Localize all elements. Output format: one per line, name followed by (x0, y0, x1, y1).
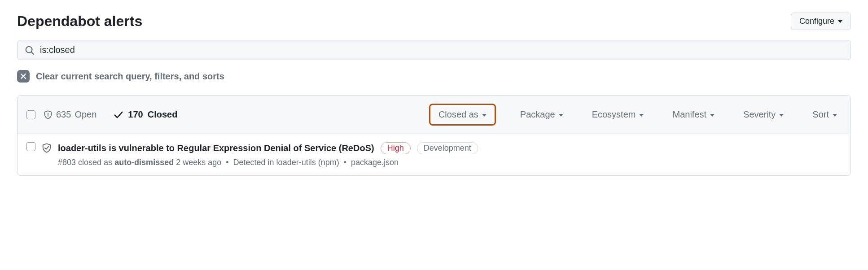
filter-closed-as[interactable]: Closed as (429, 104, 496, 126)
severity-badge: High (381, 142, 411, 154)
configure-label: Configure (799, 17, 834, 26)
list-toolbar: 635 Open 170 Closed Closed as Package Ec (18, 96, 850, 134)
search-input[interactable] (40, 45, 843, 55)
svg-point-5 (48, 116, 48, 117)
svg-point-0 (26, 46, 32, 52)
page-title: Dependabot alerts (17, 13, 142, 30)
alert-time: 2 weeks ago (176, 158, 221, 167)
filter-severity-label: Severity (743, 109, 776, 120)
alert-meta: #803 closed as auto-dismissed 2 weeks ag… (58, 158, 842, 167)
filter-package-label: Package (520, 109, 555, 120)
shield-check-icon (42, 143, 52, 153)
open-label: Open (75, 109, 96, 120)
alert-row: loader-utils is vulnerable to Regular Ex… (18, 134, 850, 175)
chevron-down-icon (837, 17, 842, 26)
search-icon (25, 45, 35, 55)
chevron-down-icon (558, 109, 563, 120)
filter-manifest-label: Manifest (672, 109, 706, 120)
alert-closed-as-prefix: closed as (78, 158, 112, 167)
chevron-down-icon (832, 109, 837, 120)
chevron-down-icon (778, 109, 784, 120)
shield-alert-icon (44, 110, 53, 119)
scope-badge: Development (417, 142, 478, 154)
closed-tab[interactable]: 170 Closed (114, 109, 177, 120)
configure-button[interactable]: Configure (791, 13, 851, 30)
alerts-list: 635 Open 170 Closed Closed as Package Ec (17, 95, 851, 176)
filter-severity[interactable]: Severity (739, 107, 788, 122)
alert-detected-in: Detected in loader-utils (npm) (233, 158, 339, 167)
closed-label: Closed (148, 109, 178, 120)
close-icon[interactable] (17, 70, 30, 83)
alert-manifest: package.json (351, 158, 399, 167)
alert-checkbox[interactable] (26, 142, 35, 151)
filter-closed-as-label: Closed as (438, 109, 478, 120)
open-count: 635 (56, 109, 71, 120)
filter-package[interactable]: Package (516, 107, 568, 122)
filter-sort[interactable]: Sort (808, 107, 842, 122)
clear-filters-label: Clear current search query, filters, and… (36, 71, 224, 82)
filter-sort-label: Sort (812, 109, 829, 120)
closed-count: 170 (128, 109, 143, 120)
filter-ecosystem[interactable]: Ecosystem (587, 107, 649, 122)
svg-line-1 (31, 52, 34, 55)
filter-manifest[interactable]: Manifest (668, 107, 719, 122)
alert-title-link[interactable]: loader-utils is vulnerable to Regular Ex… (58, 143, 374, 153)
alert-status: auto-dismissed (114, 158, 174, 167)
chevron-down-icon (638, 109, 644, 120)
open-tab[interactable]: 635 Open (44, 109, 96, 120)
chevron-down-icon (481, 109, 487, 120)
alert-id: #803 (58, 158, 76, 167)
clear-filters-link[interactable]: Clear current search query, filters, and… (17, 70, 851, 83)
select-all-checkbox[interactable] (26, 110, 35, 119)
check-icon (114, 110, 123, 120)
search-field[interactable] (17, 40, 851, 60)
filter-ecosystem-label: Ecosystem (592, 109, 636, 120)
filter-group: Closed as Package Ecosystem Manifest Sev… (402, 104, 842, 126)
chevron-down-icon (709, 109, 715, 120)
